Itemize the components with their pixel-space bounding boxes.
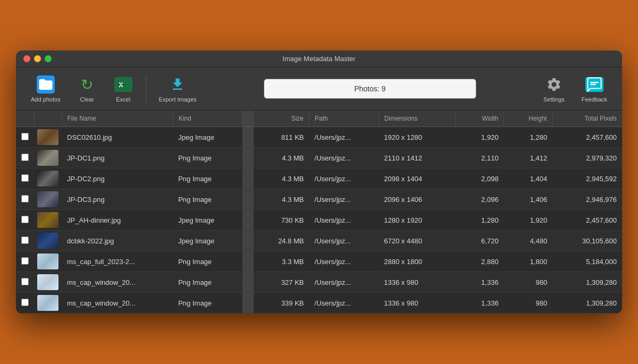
excel-button[interactable]: X Excel (107, 72, 139, 106)
row-checkbox[interactable] (21, 154, 29, 161)
file-table: File Name Kind Size Path Dimensions Widt… (16, 111, 622, 314)
thumbnail (37, 150, 58, 166)
row-thumbnail-cell (34, 189, 62, 210)
row-kind: Jpeg Image (173, 231, 242, 251)
row-thumbnail-cell (34, 293, 62, 314)
traffic-lights (23, 55, 52, 62)
settings-label: Settings (543, 96, 565, 103)
clear-button[interactable]: ↻ Clear (71, 72, 103, 106)
photos-display-container (223, 79, 517, 99)
header-kind[interactable]: Kind (173, 111, 242, 127)
row-kind: Png Image (173, 189, 242, 210)
row-size: 327 KB (254, 272, 309, 293)
row-checkbox-cell (16, 210, 34, 231)
row-divider (242, 189, 254, 210)
table-row[interactable]: dcbkk-2022.jpg Jpeg Image 24.8 MB /Users… (16, 231, 622, 251)
row-total-pixels: 2,945,592 (552, 168, 622, 189)
row-thumbnail-cell (34, 127, 62, 148)
row-total-pixels: 2,946,976 (552, 189, 622, 210)
row-checkbox[interactable] (21, 174, 29, 182)
row-total-pixels: 2,979,320 (552, 148, 622, 168)
row-width: 6,720 (455, 231, 504, 251)
header-dimensions[interactable]: Dimensions (379, 111, 455, 127)
file-table-container: File Name Kind Size Path Dimensions Widt… (16, 111, 622, 314)
header-path[interactable]: Path (309, 111, 379, 127)
header-height[interactable]: Height (504, 111, 553, 127)
row-size: 4.3 MB (254, 189, 309, 210)
row-total-pixels: 30,105,600 (552, 231, 622, 251)
row-divider (242, 127, 254, 148)
row-checkbox[interactable] (21, 133, 29, 140)
row-height: 1,800 (504, 251, 553, 272)
row-dimensions: 2880 x 1800 (379, 251, 455, 272)
thumbnail (37, 295, 58, 311)
row-size: 4.3 MB (254, 168, 309, 189)
row-checkbox[interactable] (21, 299, 29, 306)
feedback-button[interactable]: " Feedback (575, 72, 614, 106)
row-checkbox[interactable] (21, 236, 29, 244)
header-size[interactable]: Size (254, 111, 309, 127)
row-thumbnail-cell (34, 231, 62, 251)
row-divider (242, 148, 254, 168)
add-photos-label: Add photos (31, 96, 61, 103)
row-checkbox[interactable] (21, 195, 29, 202)
maximize-button[interactable] (45, 55, 52, 62)
row-checkbox-cell (16, 148, 34, 168)
header-filename[interactable]: File Name (62, 111, 173, 127)
close-button[interactable] (23, 55, 30, 62)
add-photos-button[interactable]: Add photos (24, 72, 67, 106)
header-totalpixels[interactable]: Total Pixels (552, 111, 622, 127)
row-thumbnail-cell (34, 168, 62, 189)
table-row[interactable]: JP-DC2.png Png Image 4.3 MB /Users/jpz..… (16, 168, 622, 189)
settings-button[interactable]: Settings (537, 72, 571, 106)
row-filename: JP-DC2.png (62, 168, 173, 189)
table-row[interactable]: JP-DC1.png Png Image 4.3 MB /Users/jpz..… (16, 148, 622, 168)
table-row[interactable]: ms_cap_window_20... Png Image 339 KB /Us… (16, 293, 622, 314)
row-divider (242, 251, 254, 272)
row-width: 2,096 (455, 189, 504, 210)
row-filename: ms_cap_window_20... (62, 272, 173, 293)
table-row[interactable]: DSC02610.jpg Jpeg Image 811 KB /Users/jp… (16, 127, 622, 148)
export-button[interactable]: Export Images (153, 72, 203, 106)
title-bar: Image Metadata Master (16, 50, 622, 67)
row-width: 1,336 (455, 272, 504, 293)
row-checkbox[interactable] (21, 278, 29, 285)
excel-icon: X (114, 75, 133, 94)
photos-count-input (264, 79, 476, 99)
row-width: 1,920 (455, 127, 504, 148)
row-path: /Users/jpz... (309, 210, 379, 231)
table-row[interactable]: ms_cap_window_20... Png Image 327 KB /Us… (16, 272, 622, 293)
row-height: 1,412 (504, 148, 553, 168)
table-row[interactable]: JP_AH-dinner.jpg Jpeg Image 730 KB /User… (16, 210, 622, 231)
table-row[interactable]: ms_cap_full_2023-2... Png Image 3.3 MB /… (16, 251, 622, 272)
row-path: /Users/jpz... (309, 231, 379, 251)
row-total-pixels: 2,457,600 (552, 210, 622, 231)
row-kind: Jpeg Image (173, 127, 242, 148)
add-photos-icon (36, 75, 55, 94)
row-checkbox-cell (16, 293, 34, 314)
row-height: 980 (504, 272, 553, 293)
row-checkbox[interactable] (21, 216, 29, 223)
row-checkbox-cell (16, 231, 34, 251)
row-width: 2,098 (455, 168, 504, 189)
toolbar-separator (146, 75, 146, 102)
row-thumbnail-cell (34, 210, 62, 231)
table-row[interactable]: JP-DC3.png Png Image 4.3 MB /Users/jpz..… (16, 189, 622, 210)
header-width[interactable]: Width (455, 111, 504, 127)
row-total-pixels: 5,184,000 (552, 251, 622, 272)
feedback-logo: " (585, 77, 603, 92)
row-checkbox[interactable] (21, 257, 29, 265)
row-dimensions: 1336 x 980 (379, 272, 455, 293)
svg-text:X: X (119, 81, 123, 89)
row-dimensions: 2098 x 1404 (379, 168, 455, 189)
row-dimensions: 1920 x 1280 (379, 127, 455, 148)
row-divider (242, 293, 254, 314)
row-filename: dcbkk-2022.jpg (62, 231, 173, 251)
minimize-button[interactable] (34, 55, 41, 62)
row-height: 4,480 (504, 231, 553, 251)
row-size: 730 KB (254, 210, 309, 231)
header-thumb (34, 111, 62, 127)
row-width: 2,880 (455, 251, 504, 272)
feedback-icon: " (585, 75, 604, 94)
row-kind: Png Image (173, 148, 242, 168)
